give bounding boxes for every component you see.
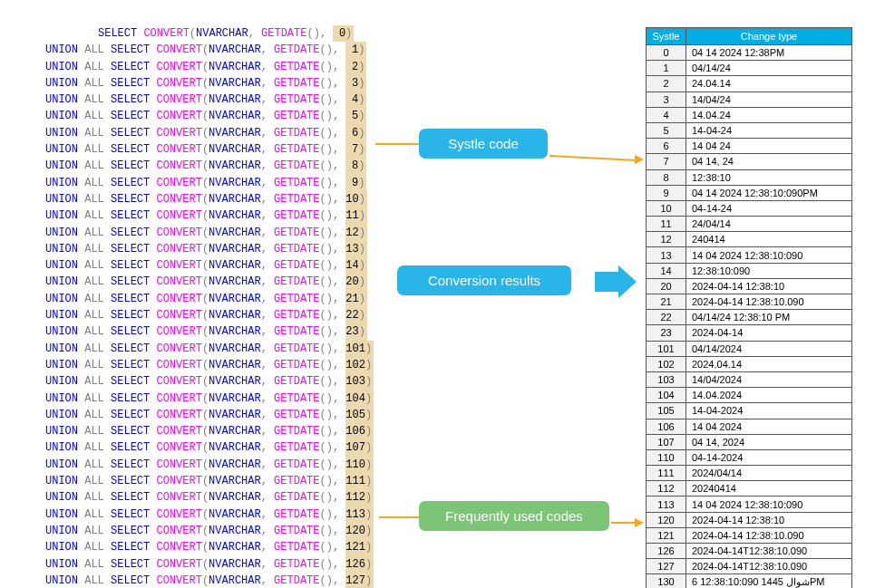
table-row: 1112024/04/14 (647, 466, 852, 481)
cell-value: 04-14-2024 (686, 449, 852, 465)
table-row: 414.04.24 (647, 107, 852, 122)
code-line: UNION ALL SELECT CONVERT(NVARCHAR, GETDA… (45, 42, 372, 58)
code-line: UNION ALL SELECT CONVERT(NVARCHAR, GETDA… (45, 556, 372, 573)
table-row: 10314/04/2024 (647, 371, 852, 387)
table-row: 232024-04-14 (647, 325, 852, 341)
cell-systle: 121 (647, 527, 686, 543)
cell-systle: 105 (647, 403, 686, 419)
code-line: UNION ALL SELECT CONVERT(NVARCHAR, GETDA… (45, 307, 372, 323)
code-line: UNION ALL SELECT CONVERT(NVARCHAR, GETDA… (45, 341, 372, 357)
table-row: 11220240414 (647, 481, 852, 496)
table-row: 10514-04-2024 (647, 403, 852, 419)
cell-systle: 0 (647, 45, 686, 61)
table-row: 2204/14/24 12:38:10 PM (647, 310, 852, 325)
cell-systle: 120 (647, 512, 686, 527)
code-line: UNION ALL SELECT CONVERT(NVARCHAR, GETDA… (45, 241, 372, 257)
cell-systle: 8 (647, 169, 686, 185)
cell-value: 2024/04/14 (686, 466, 852, 481)
cell-systle: 10 (647, 200, 686, 216)
table-row: 314/04/24 (647, 92, 852, 107)
cell-value: 04 14 2024 12:38:10:090PM (686, 185, 852, 200)
cell-systle: 3 (647, 92, 686, 107)
cell-systle: 12 (647, 232, 686, 247)
cell-value: 240414 (686, 232, 852, 247)
cell-value: 24.04.14 (686, 76, 852, 92)
cell-systle: 7 (647, 154, 686, 169)
cell-systle: 20 (647, 278, 686, 294)
cell-systle: 6 (647, 139, 686, 154)
cell-systle: 102 (647, 356, 686, 371)
arrow-line-left-2 (379, 516, 419, 518)
systle-code-label: Systle code (419, 129, 548, 159)
code-line: UNION ALL SELECT CONVERT(NVARCHAR, GETDA… (45, 108, 372, 124)
table-row: 904 14 2024 12:38:10:090PM (647, 185, 852, 200)
table-row: 614 04 24 (647, 139, 852, 154)
cell-value: 20240414 (686, 481, 852, 496)
table-row: 704 14, 24 (647, 154, 852, 169)
table-row: 10414.04.2024 (647, 388, 852, 403)
code-line: UNION ALL SELECT CONVERT(NVARCHAR, GETDA… (45, 257, 372, 274)
cell-value: 12:38:10 (686, 169, 852, 185)
cell-value: 04/14/24 (686, 61, 852, 76)
cell-value: 24/04/14 (686, 217, 852, 232)
cell-systle: 2 (647, 76, 686, 92)
table-row: 1272024-04-14T12:38:10.090 (647, 559, 852, 574)
cell-value: 2024-04-14 12:38:10.090 (686, 294, 852, 310)
cell-value: 2024-04-14T12:38:10.090 (686, 559, 852, 574)
cell-value: 14 04 2024 12:38:10:090 (686, 496, 852, 512)
cell-systle: 103 (647, 371, 686, 387)
code-line: UNION ALL SELECT CONVERT(NVARCHAR, GETDA… (45, 473, 372, 489)
cell-value: 04 14, 2024 (686, 434, 852, 449)
table-row: 004 14 2024 12:38PM (647, 45, 852, 61)
table-row: 10104/14/2024 (647, 341, 852, 356)
table-row: 1202024-04-14 12:38:10 (647, 512, 852, 527)
cell-value: 2024-04-14T12:38:10.090 (686, 544, 852, 559)
table-row: 1306 شوال 1445 12:38:10:090PM (647, 574, 852, 588)
cell-systle: 127 (647, 559, 686, 574)
cell-systle: 111 (647, 466, 686, 481)
cell-systle: 113 (647, 496, 686, 512)
cell-systle: 4 (647, 107, 686, 122)
cell-systle: 104 (647, 388, 686, 403)
code-line: UNION ALL SELECT CONVERT(NVARCHAR, GETDA… (45, 373, 372, 390)
code-line: UNION ALL SELECT CONVERT(NVARCHAR, GETDA… (45, 59, 372, 75)
code-line: UNION ALL SELECT CONVERT(NVARCHAR, GETDA… (45, 158, 372, 174)
table-row: 10614 04 2024 (647, 419, 852, 434)
cell-systle: 110 (647, 449, 686, 465)
cell-value: 2024-04-14 12:38:10.090 (686, 527, 852, 543)
cell-systle: 130 (647, 574, 686, 588)
table-row: 514-04-24 (647, 122, 852, 138)
code-line: UNION ALL SELECT CONVERT(NVARCHAR, GETDA… (45, 573, 372, 588)
cell-systle: 112 (647, 481, 686, 496)
cell-value: 04 14, 24 (686, 154, 852, 169)
cell-systle: 126 (647, 544, 686, 559)
table-row: 104/14/24 (647, 61, 852, 76)
code-line: UNION ALL SELECT CONVERT(NVARCHAR, GETDA… (45, 175, 372, 191)
code-line: UNION ALL SELECT CONVERT(NVARCHAR, GETDA… (45, 92, 372, 108)
code-line: UNION ALL SELECT CONVERT(NVARCHAR, GETDA… (45, 390, 372, 407)
table-row: 1314 04 2024 12:38:10:090 (647, 247, 852, 263)
code-line: UNION ALL SELECT CONVERT(NVARCHAR, GETDA… (45, 225, 372, 241)
table-row: 212024-04-14 12:38:10.090 (647, 294, 852, 310)
code-line: UNION ALL SELECT CONVERT(NVARCHAR, GETDA… (45, 274, 372, 290)
cell-value: 04/14/24 12:38:10 PM (686, 310, 852, 325)
cell-value: 2024-04-14 (686, 325, 852, 341)
conversion-results-label: Conversion results (397, 265, 571, 295)
cell-value: 2024-04-14 12:38:10 (686, 278, 852, 294)
code-line: UNION ALL SELECT CONVERT(NVARCHAR, GETDA… (45, 125, 372, 141)
cell-value: 2024-04-14 12:38:10 (686, 512, 852, 527)
code-line: UNION ALL SELECT CONVERT(NVARCHAR, GETDA… (45, 523, 372, 539)
cell-systle: 23 (647, 325, 686, 341)
code-line: UNION ALL SELECT CONVERT(NVARCHAR, GETDA… (45, 141, 372, 158)
table-row: 224.04.14 (647, 76, 852, 92)
cell-value: 14.04.2024 (686, 388, 852, 403)
cell-value: 04-14-24 (686, 200, 852, 216)
code-line: UNION ALL SELECT CONVERT(NVARCHAR, GETDA… (45, 75, 372, 92)
arrow-line-right-1 (549, 155, 637, 161)
table-row: 11004-14-2024 (647, 449, 852, 465)
cell-systle: 13 (647, 247, 686, 263)
table-row: 812:38:10 (647, 169, 852, 185)
cell-value: 2024.04.14 (686, 356, 852, 371)
cell-value: 14/04/24 (686, 92, 852, 107)
cell-systle: 14 (647, 263, 686, 278)
